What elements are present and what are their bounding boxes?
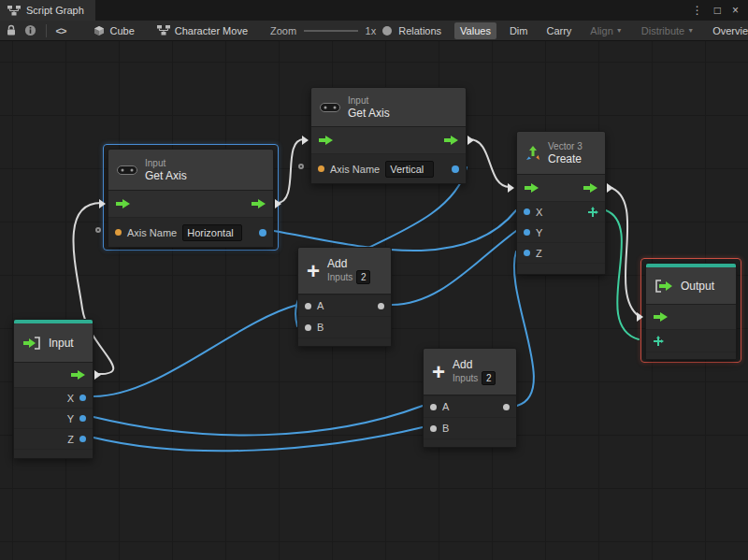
node-title: Create [548,152,583,165]
input-port-y[interactable] [524,229,530,236]
zoom-slider-track[interactable] [304,30,357,32]
chevron-down-icon: ▼ [687,27,694,34]
wire-number-input-x-to-add1-a[interactable] [94,305,297,396]
node-category: Vector 3 [548,141,583,152]
input-port-b[interactable] [305,324,311,331]
values-button[interactable]: Values [454,22,496,39]
node-footer [646,352,736,359]
wire-number-add1-to-vector3-y[interactable] [392,231,516,305]
string-port-icon[interactable] [318,165,324,172]
wire-vector-create-result-to-output[interactable] [606,210,639,339]
vector-input-port[interactable] [653,336,664,347]
input-port-a[interactable] [305,303,311,309]
output-port-y[interactable] [79,415,86,422]
node-add-2[interactable]: + Add Inputs A B [423,348,517,448]
result-port[interactable] [259,229,266,237]
flow-out-port[interactable] [275,199,281,208]
wire-number-input-y-to-add2-a[interactable] [94,406,423,435]
code-icon[interactable]: <> [56,25,66,36]
axis-name-port[interactable] [298,164,304,169]
axis-name-port[interactable] [95,227,101,233]
wire-flow-get-axis-vertical-to-vector3-create[interactable] [469,139,510,187]
flow-in-icon[interactable] [525,183,539,193]
sum-port[interactable] [503,404,510,410]
port-row-y: Y [517,222,605,242]
flow-out-icon[interactable] [252,199,266,208]
port-z-label: Z [536,248,542,259]
info-icon[interactable] [24,24,36,36]
flow-in-icon[interactable] [116,199,130,208]
tab-script-graph[interactable]: Script Graph [0,0,95,21]
node-get-axis-vertical[interactable]: Input Get Axis Axis Name [310,87,467,184]
game-object-button[interactable]: Cube [94,25,134,36]
overview-button[interactable]: Overview [707,22,748,39]
flow-out-icon[interactable] [444,136,458,145]
node-header[interactable]: Input Get Axis [311,88,466,127]
wire-number-get-axis-horizontal-to-vector3-x[interactable] [274,210,516,251]
align-label: Align [590,25,612,36]
output-event-icon [654,280,673,293]
wire-number-input-z-to-add2-b[interactable] [94,427,423,451]
node-add-1[interactable]: + Add Inputs A B [297,247,392,347]
maximize-icon[interactable]: □ [714,5,721,16]
axis-name-field[interactable] [182,224,242,241]
port-y-label: Y [67,413,74,424]
string-port-icon[interactable] [115,229,122,236]
node-output-event[interactable]: Output [645,263,737,360]
output-port-z[interactable] [79,436,86,442]
flow-in-port[interactable] [302,136,309,145]
node-input-event[interactable]: Input X Y Z [13,319,94,459]
vector-result-port[interactable] [587,207,598,218]
graph-asset-button[interactable]: Character Move [157,25,248,36]
flow-out-icon[interactable] [71,370,85,380]
sum-port[interactable] [378,303,384,309]
inputs-count-field[interactable] [356,270,370,284]
node-header[interactable]: Vector 3 Create [517,132,605,175]
node-get-axis-horizontal[interactable]: Input Get Axis Axis Name [108,149,274,248]
close-icon[interactable]: × [732,5,739,16]
zoom-slider-handle[interactable] [382,26,392,36]
flow-in-port[interactable] [99,199,106,208]
wire-flow-get-axis-horizontal-to-get-axis-vertical[interactable] [277,139,304,203]
port-row-z: Z [14,428,93,449]
lock-icon[interactable] [6,24,17,36]
graph-canvas[interactable]: Input Get Axis Axis Name [0,41,748,560]
align-button[interactable]: Align ▼ [584,22,627,39]
node-header[interactable]: + Add Inputs [298,248,391,294]
node-vector3-create[interactable]: Vector 3 Create X Y [516,131,606,275]
node-header[interactable]: Input [14,323,93,363]
unity-script-graph-window: Script Graph ⋮ □ × <> Cube [0,0,748,560]
input-port-b[interactable] [430,425,437,432]
axis-name-field[interactable] [385,161,434,178]
node-header[interactable]: Output [646,267,736,305]
flow-in-icon[interactable] [654,312,668,322]
node-header[interactable]: + Add Inputs [424,349,516,395]
flow-out-port[interactable] [94,370,101,380]
distribute-button[interactable]: Distribute ▼ [636,22,699,39]
input-port-z[interactable] [524,250,530,256]
node-footer [424,438,516,447]
output-port-x[interactable] [79,395,86,401]
flow-in-port[interactable] [508,183,514,193]
result-port[interactable] [452,165,459,173]
flow-out-port[interactable] [607,183,613,193]
dim-button[interactable]: Dim [504,22,534,39]
carry-button[interactable]: Carry [540,22,577,39]
relations-button[interactable]: Relations [393,22,447,39]
wire-flow-vector3-create-to-output[interactable] [609,187,639,316]
inputs-count-field[interactable] [482,371,496,385]
kebab-menu-icon[interactable]: ⋮ [692,5,703,16]
input-port-x[interactable] [524,208,530,215]
flow-in-icon[interactable] [319,136,333,145]
flow-row [517,175,605,201]
flow-in-port[interactable] [637,312,643,322]
flow-out-port[interactable] [468,136,474,145]
input-port-a[interactable] [430,404,437,410]
add-icon: + [432,362,445,382]
zoom-slider[interactable] [304,24,357,37]
node-header[interactable]: Input Get Axis [108,150,273,191]
toolbar-separator [46,24,47,37]
flow-out-icon[interactable] [583,183,597,193]
zoom-value: 1x [366,25,377,36]
node-title: Output [681,280,714,293]
